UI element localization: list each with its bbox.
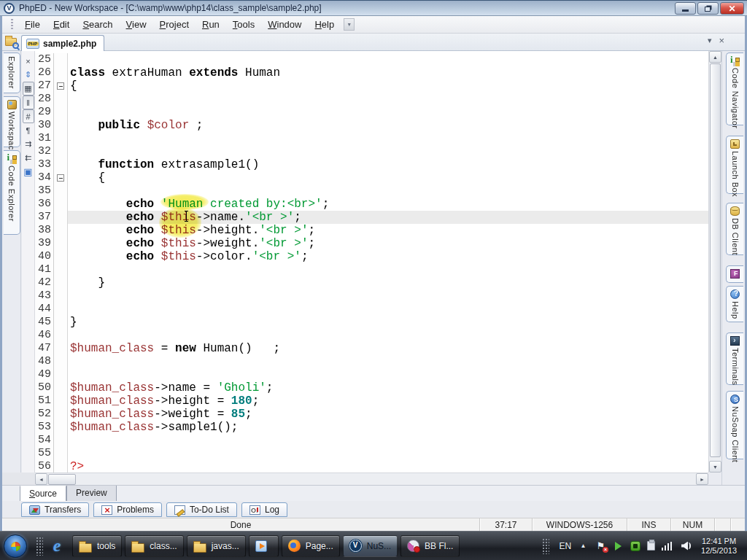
scroll-right-icon[interactable]: ► [696, 473, 708, 485]
code-text: { [68, 79, 708, 93]
line-number: 39 [35, 237, 54, 250]
action-center-icon[interactable] [595, 541, 606, 551]
taskbar-button-class[interactable]: class... [125, 535, 183, 557]
internet-explorer-icon[interactable]: e [46, 535, 68, 557]
code-line: 53$human_class->sample1(); [35, 421, 708, 434]
sidebar-tab-code-navigator[interactable]: Code Navigator [726, 52, 743, 125]
fold-column [54, 53, 68, 66]
fold-column [54, 250, 68, 263]
menu-item-run[interactable]: Run [196, 17, 226, 32]
sidebar-tab-db-client[interactable]: DB Client [726, 203, 743, 255]
close-tab-icon[interactable]: × [719, 36, 724, 45]
panel-tab-transfers[interactable]: Transfers [21, 502, 89, 517]
recorder-icon[interactable] [630, 541, 640, 551]
code-line: 31 [35, 132, 708, 145]
line-number: 25 [35, 53, 54, 66]
tab-preview[interactable]: Preview [66, 486, 117, 502]
clipboard-icon[interactable] [647, 541, 655, 551]
panel-tab-problems[interactable]: Problems [93, 502, 162, 517]
network-icon[interactable] [662, 542, 673, 551]
line-number: 40 [35, 250, 54, 263]
line-number: 45 [35, 316, 54, 329]
clock-date: 12/5/2013 [701, 546, 737, 555]
fold-column [54, 342, 68, 355]
sidebar-tab-launch-box[interactable]: Launch Box [726, 136, 743, 194]
language-indicator[interactable]: EN [559, 541, 571, 551]
code-text [68, 145, 708, 158]
tray-grip-icon[interactable] [542, 538, 549, 554]
fold-column [54, 368, 68, 381]
code-line: 39 echo $this->weight.'<br >'; [35, 237, 708, 250]
close-button[interactable]: ✕ [720, 2, 744, 15]
fold-column [54, 408, 68, 421]
code-editor[interactable]: 2526class extraHuman extends Human27{282… [35, 51, 708, 472]
vertical-scroll-thumb[interactable] [710, 63, 721, 457]
hidden-icons-icon[interactable] [578, 541, 589, 551]
menu-item-window[interactable]: Window [261, 17, 308, 32]
code-text: $human_class->name = 'Gholi'; [68, 381, 708, 394]
scroll-left-icon[interactable]: ◄ [35, 473, 47, 485]
horizontal-scroll-thumb[interactable] [48, 474, 76, 485]
menu-item-help[interactable]: Help [308, 17, 341, 32]
vertical-scrollbar[interactable]: ▲ ▼ [708, 51, 721, 472]
code-text: $human_class = new Human() ; [68, 342, 708, 355]
fold-marker-icon[interactable] [57, 82, 64, 90]
taskbar-button-firefox[interactable]: Page... [282, 535, 340, 557]
taskbar-button-media-player[interactable] [249, 535, 279, 557]
line-number: 28 [35, 93, 54, 106]
code-line: 55 [35, 447, 708, 460]
taskbar-button-phped[interactable]: NuS... [343, 535, 398, 557]
panel-tab-todo-list[interactable]: To-Do List [166, 502, 237, 517]
sidebar-tab-f[interactable] [726, 265, 743, 283]
scroll-down-icon[interactable]: ▼ [709, 461, 721, 472]
minimize-icon [682, 9, 689, 12]
taskbar-button-flashback[interactable]: BB Fl... [400, 535, 460, 557]
sidebar-tab-nusoap-client[interactable]: NuSoap Client [726, 391, 743, 459]
sidebar-tab-terminals[interactable]: Terminals [726, 332, 743, 385]
php-file-icon: PHP [26, 39, 39, 49]
scroll-up-icon[interactable]: ▲ [709, 51, 721, 63]
code-line: 42 } [35, 276, 708, 289]
fold-column [54, 460, 68, 472]
line-number: 48 [35, 355, 54, 368]
sidebar-tab-help[interactable]: Help [726, 286, 743, 322]
taskbar-button-tools[interactable]: tools [72, 535, 122, 557]
line-number: 52 [35, 408, 54, 421]
code-line: 50$human_class->name = 'Gholi'; [35, 381, 708, 394]
toolbar-overflow-icon[interactable]: ▾ [344, 18, 355, 31]
menu-item-tools[interactable]: Tools [226, 17, 261, 32]
taskbar-button-javas[interactable]: javas... [187, 535, 246, 557]
window-frame-left [0, 16, 2, 531]
tab-list-dropdown-icon[interactable]: ▾ [708, 36, 712, 44]
line-number: 34 [35, 171, 54, 184]
menu-item-edit[interactable]: Edit [47, 17, 76, 32]
sidebar-tab-explorer[interactable]: Explorer [4, 52, 20, 93]
taskbar-grip-icon[interactable] [36, 537, 43, 556]
menu-item-search[interactable]: Search [76, 17, 119, 32]
document-tab-sample2[interactable]: PHP sample2.php [21, 35, 104, 51]
menu-item-view[interactable]: View [120, 17, 153, 32]
code-line: 41 [35, 263, 708, 276]
code-line: 33 function extrasample1() [35, 158, 708, 171]
fold-column [54, 329, 68, 342]
horizontal-scrollbar[interactable]: ◄ ► [35, 472, 708, 485]
sidebar-tab-workspace[interactable]: Workspace [4, 96, 20, 147]
sidebar-tab-code-explorer[interactable]: Code Explorer [4, 150, 20, 235]
minimize-button[interactable] [675, 2, 696, 15]
taskbar-clock[interactable]: 12:41 PM 12/5/2013 [697, 537, 741, 556]
menu-item-file[interactable]: File [18, 17, 47, 32]
menu-grip-icon[interactable] [11, 19, 13, 31]
explorer-folder-icon[interactable] [4, 35, 19, 49]
panel-tab-log[interactable]: Log [241, 502, 287, 517]
restore-button[interactable] [697, 2, 719, 15]
code-line: 40 echo $this->color.'<br >'; [35, 250, 708, 263]
tab-source[interactable]: Source [20, 486, 66, 502]
code-lines: 2526class extraHuman extends Human27{282… [35, 51, 708, 472]
view-mode-tabs: Source Preview [2, 485, 745, 501]
start-button[interactable] [4, 534, 27, 558]
app-logo-icon: V [4, 3, 15, 14]
play-icon[interactable] [613, 541, 624, 551]
volume-icon[interactable] [679, 541, 690, 551]
menu-item-project[interactable]: Project [153, 17, 196, 32]
fold-marker-icon[interactable] [57, 174, 64, 182]
